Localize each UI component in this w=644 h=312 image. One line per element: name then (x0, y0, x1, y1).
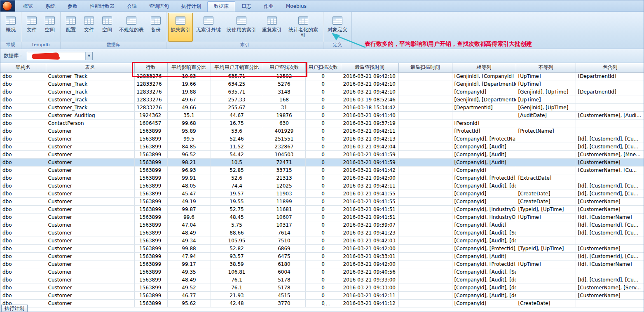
cell-equality-cols: [CompanyId], [ProtectNa... (452, 135, 516, 143)
cell-inequality-cols (516, 150, 576, 158)
db-space-icon (101, 15, 113, 26)
ribbon-button-label: 文件 (27, 27, 37, 33)
column-header-rows[interactable]: 行数 (134, 63, 167, 72)
cell-avg-user-cost: 44.67 (211, 111, 263, 119)
backup-button[interactable]: 备份 (147, 13, 164, 42)
column-header-table-name[interactable]: 表名 (46, 63, 134, 72)
unused-index-button[interactable]: 没使用的索引 (224, 13, 259, 42)
table-row[interactable]: dboCustomer156389949.35106.81600402016-0… (0, 268, 644, 276)
missing-index-button[interactable]: 缺失索引 (168, 13, 193, 42)
column-header-inequality-cols[interactable]: 不等列 (516, 63, 576, 72)
tempdb-file-button[interactable]: 文件 (23, 13, 40, 42)
cell-schema: dbo (0, 221, 46, 229)
table-row[interactable]: dboCustomer156389984.8511.5223286702016-… (0, 143, 644, 150)
db-file-button[interactable]: 文件 (80, 13, 98, 42)
tab-perf-counters[interactable]: 性能计数器 (84, 1, 121, 12)
tab-query[interactable]: 查询语句 (143, 1, 175, 12)
column-header-user-seeks[interactable]: 用户查找次数 (263, 63, 305, 72)
table-row[interactable]: dboCustomer156389948.4988.66761402016-03… (0, 229, 644, 237)
table-row[interactable]: dboCustomer_Track1283327649.67257.331680… (0, 96, 644, 103)
cell-table-name: ContactPerson (46, 119, 134, 127)
table-row[interactable]: dboCustomer156389999.648.451060702016-03… (0, 213, 644, 221)
tab-overview[interactable]: 概览 (17, 1, 39, 12)
tab-job[interactable]: 作业 (258, 1, 280, 12)
table-row[interactable]: dboCustomer_Track1283327619.66634.255276… (0, 80, 644, 88)
table-row[interactable]: dboCustomer_Track1283327649.66255.673102… (0, 103, 644, 111)
cell-equality-cols: [CompanyId], [ProtectId],... (452, 260, 516, 268)
table-row[interactable]: dboCustomer156389949.34105.95751002016-0… (0, 237, 644, 244)
table-row[interactable]: dboContactPerson160645799.6816.756300201… (0, 119, 644, 127)
tab-exec-plan[interactable]: 执行计划 (175, 1, 207, 12)
table-row[interactable]: dboCustomer156389947.045.751031702016-03… (0, 221, 644, 229)
column-header-user-scans[interactable]: 用户扫描次数 (305, 63, 341, 72)
table-row[interactable]: dboCustomer156389999.9152.62131302016-03… (0, 174, 644, 182)
cell-user-scans: 0 (305, 229, 341, 237)
cell-user-seeks: 3148 (263, 88, 305, 96)
table-row[interactable]: dboCustomer156389995.6242.48377002016-03… (0, 299, 644, 307)
cell-user-seeks: 21313 (263, 174, 305, 182)
tab-log[interactable]: 日志 (235, 1, 258, 12)
cell-included-cols: [CustomerName] (576, 291, 644, 299)
cell-equality-cols: [CompanyId], [Audit], [de... (452, 237, 516, 244)
tab-parameters[interactable]: 参数 (61, 1, 84, 12)
tab-moebius[interactable]: Moebius (280, 1, 313, 12)
cell-avg-impact: 95.89 (167, 127, 211, 135)
duplicate-index-button[interactable]: 重复索引 (260, 13, 284, 42)
table-row[interactable]: dboCustomer156389999.552.4625155102016-0… (0, 135, 644, 143)
column-header-avg-user-cost[interactable]: 平均用户开销百分比 (211, 63, 263, 72)
tab-session[interactable]: 会话 (121, 1, 143, 12)
table-row[interactable]: dboCustomer156389995.8953.640192902016-0… (0, 127, 644, 135)
overview-summary-button[interactable]: 概况 (2, 13, 19, 42)
cell-equality-cols: [CompanyId], [ProtectId],... (452, 174, 516, 182)
cell-avg-user-cost: 76.1 (211, 284, 263, 291)
column-header-last-seek[interactable]: 最后查找时间 (341, 63, 398, 72)
cell-inequality-cols: [ExtractDate] (516, 174, 576, 182)
stale-stats-index-button[interactable]: 统计老化的索引 (285, 13, 321, 42)
table-row[interactable]: dboCustomer156389946.7721.93451502016-03… (0, 291, 644, 299)
db-config-button[interactable]: 配置 (62, 13, 80, 42)
table-row[interactable]: dboCustomer_Track1283327619.83635.711259… (0, 72, 644, 80)
db-space-button[interactable]: 空间 (98, 13, 116, 42)
table-row[interactable]: dboCustomer156389999.1738.59618002016-03… (0, 260, 644, 268)
table-row[interactable]: dboCustomer156389948.0574.41202502016-03… (0, 182, 644, 190)
cell-schema: dbo (0, 174, 46, 182)
cell-inequality-cols (516, 284, 576, 291)
nonstandard-tables-button[interactable]: 不规范的表 (117, 13, 146, 42)
table-row[interactable]: dboCustomer156389996.5254.4210450302016-… (0, 150, 644, 158)
table-row[interactable]: dboCustomer_Track1283327619.88635.713148… (0, 88, 644, 96)
table-row[interactable]: dboCustomer156389949.1919.551189902016-0… (0, 197, 644, 205)
column-header-last-scan[interactable]: 最后扫描时间 (398, 63, 452, 72)
cell-equality-cols: [CompanyId], [IndustryOn... (452, 205, 516, 213)
tab-database[interactable]: 数据库 (207, 1, 235, 12)
table-row[interactable]: dboCustomer156389996.9352.853371502016-0… (0, 166, 644, 174)
table-row[interactable]: dboCustomer156389945.4719.571190302016-0… (0, 190, 644, 197)
table-row[interactable]: dboCustomer156389948.4976.1517802016-03-… (0, 276, 644, 284)
app-menu-orb-icon[interactable] (2, 1, 12, 11)
column-header-avg-impact[interactable]: 平均影响百分比 (167, 63, 211, 72)
cell-equality-cols: [CompanyId], [Audit] (452, 252, 516, 260)
tempdb-space-icon (44, 15, 56, 26)
fk-no-index-button[interactable]: 无索引外键 (194, 13, 223, 42)
table-row[interactable]: dboCustomer156389999.8852.82686902016-03… (0, 244, 644, 252)
exec-plan-panel-tab[interactable]: 执行计划 (1, 305, 28, 312)
cell-last-seek: 2016-03-21 09:42:11 (341, 291, 398, 299)
table-row[interactable]: dboCustomer156389947.9493.57647502016-03… (0, 252, 644, 260)
column-header-schema[interactable]: 架构名 (0, 63, 46, 72)
cell-included-cols: [Id], [CustomerName] (576, 213, 644, 221)
cell-avg-user-cost: 635.71 (211, 72, 263, 80)
table-row[interactable]: dboCustomer156389949.5276.1517802016-03-… (0, 284, 644, 291)
cell-equality-cols: [CompanyId], [IndustryOn... (452, 213, 516, 221)
tempdb-space-button[interactable]: 空间 (41, 13, 59, 42)
cell-last-scan (398, 182, 452, 190)
object-definition-button[interactable]: 对象定义 (325, 13, 350, 42)
table-row[interactable]: dboCustomer156389998.2110.57247102016-03… (0, 158, 644, 166)
tab-system[interactable]: 系统 (39, 1, 61, 12)
table-row[interactable]: dboCustomer_Auditlog192436235.144.671987… (0, 111, 644, 119)
combo-dropdown-button[interactable]: ▼ (85, 52, 92, 60)
cell-avg-user-cost: 48.45 (211, 213, 263, 221)
table-row[interactable]: dboCustomer156389999.8752.751168102016-0… (0, 205, 644, 213)
cell-rows: 1563899 (134, 127, 167, 135)
cell-last-seek: 2016-03-21 09:42:10 (341, 88, 398, 96)
column-header-included-cols[interactable]: 包含列 (576, 63, 644, 72)
column-header-equality-cols[interactable]: 相等列 (452, 63, 516, 72)
